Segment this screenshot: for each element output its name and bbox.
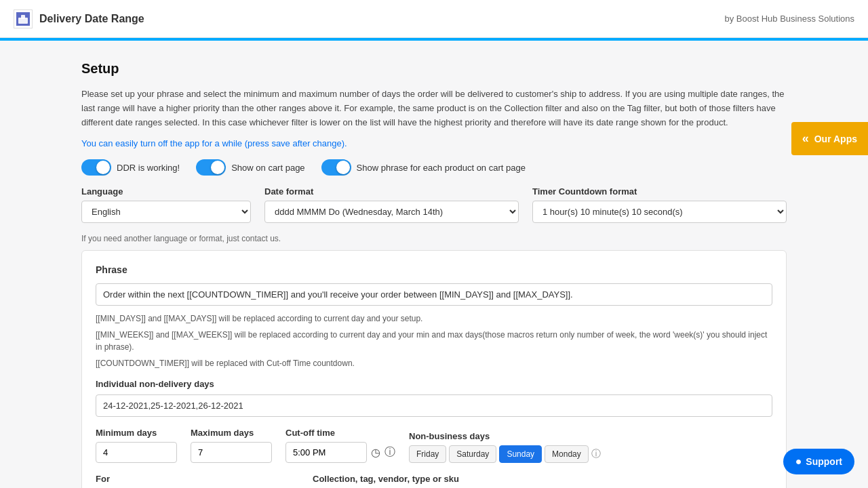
non-delivery-label: Individual non-delivery days — [96, 379, 772, 389]
phrase-note-3: [[COUNTDOWN_TIMER]] will be replaced wit… — [96, 357, 772, 369]
day-monday[interactable]: Monday — [545, 445, 589, 463]
cutoff-help-icon[interactable]: ⓘ — [384, 445, 395, 460]
timer-format-label: Timer Countdown format — [532, 186, 787, 197]
app-branding: Delivery Date Range — [14, 9, 144, 28]
non-business-group: Non-business days Friday Saturday Sunday… — [409, 431, 601, 463]
phrase-note-2: [[MIN_WEEKS]] and [[MAX_WEEKS]] will be … — [96, 329, 772, 353]
date-format-label: Date format — [264, 186, 519, 197]
app-title: Delivery Date Range — [39, 13, 144, 25]
byline: by Boost Hub Business Solutions — [725, 14, 855, 24]
toggles-row: DDR is working! Show on cart page Show p… — [81, 159, 787, 176]
non-business-help-icon[interactable]: ⓘ — [591, 448, 601, 460]
cutoff-label: Cut-off time — [285, 428, 395, 438]
cutoff-group-container: Cut-off time ◷ ⓘ — [285, 428, 395, 463]
main-content: Setup Please set up your phrase and sele… — [68, 41, 800, 488]
cutoff-input[interactable] — [285, 442, 367, 463]
settings-row: Minimum days Maximum days Cut-off time ◷… — [96, 428, 772, 463]
show-phrase-toggle-label: Show phrase for each product on cart pag… — [357, 163, 526, 173]
date-format-field-group: Date format dddd MMMM Do (Wednesday, Mar… — [264, 186, 519, 223]
show-cart-toggle-group: Show on cart page — [196, 159, 304, 176]
day-sunday[interactable]: Sunday — [499, 445, 542, 463]
non-business-label: Non-business days — [409, 431, 601, 441]
collection-field-group: Collection, tag, vendor, type or sku — [313, 474, 772, 488]
date-format-select[interactable]: dddd MMMM Do (Wednesday, March 14th) MM/… — [264, 201, 519, 223]
day-saturday[interactable]: Saturday — [449, 445, 496, 463]
min-days-label: Minimum days — [96, 428, 177, 438]
ddr-toggle-knob — [96, 161, 110, 174]
show-phrase-toggle[interactable] — [321, 159, 351, 176]
phrase-note-1: [[MIN_DAYS]] and [[MAX_DAYS]] will be re… — [96, 312, 772, 325]
cutoff-input-group: ◷ ⓘ — [285, 442, 395, 463]
show-phrase-toggle-knob — [336, 161, 350, 174]
setup-description: Please set up your phrase and select the… — [81, 87, 787, 129]
contact-note: If you need another language or format, … — [81, 234, 787, 243]
timer-format-field-group: Timer Countdown format 1 hour(s) 10 minu… — [532, 186, 787, 223]
cutoff-clock-icon[interactable]: ◷ — [371, 446, 380, 459]
chevrons-left-icon: « — [802, 131, 809, 146]
min-days-group: Minimum days — [96, 428, 177, 463]
top-bar: Delivery Date Range by Boost Hub Busines… — [0, 0, 868, 38]
language-select[interactable]: English French German Spanish Italian Du… — [81, 201, 251, 223]
ddr-toggle[interactable] — [81, 159, 111, 176]
phrase-card: Phrase [[MIN_DAYS]] and [[MAX_DAYS]] wil… — [81, 250, 787, 488]
fields-row: Language English French German Spanish I… — [81, 186, 787, 223]
phrase-input[interactable] — [96, 283, 772, 306]
support-icon: ● — [795, 455, 802, 468]
contact-link[interactable]: You can easily turn off the app for a wh… — [81, 138, 347, 148]
for-field-group: For All Products (except specific) Speci… — [96, 474, 299, 488]
show-phrase-toggle-group: Show phrase for each product on cart pag… — [321, 159, 526, 176]
day-chips: Friday Saturday Sunday Monday ⓘ — [409, 445, 601, 463]
phrase-title: Phrase — [96, 264, 772, 275]
show-cart-toggle[interactable] — [196, 159, 226, 176]
show-cart-toggle-knob — [211, 161, 224, 174]
max-days-group: Maximum days — [191, 428, 272, 463]
language-label: Language — [81, 186, 251, 197]
day-friday[interactable]: Friday — [409, 445, 446, 463]
show-cart-toggle-label: Show on cart page — [231, 163, 304, 173]
collection-label: Collection, tag, vendor, type or sku — [313, 474, 772, 484]
our-apps-button[interactable]: « Our Apps — [791, 122, 868, 155]
max-days-input[interactable] — [191, 442, 272, 463]
app-icon — [14, 9, 33, 28]
non-delivery-input[interactable] — [96, 394, 772, 417]
ddr-toggle-label: DDR is working! — [117, 163, 180, 173]
min-days-input[interactable] — [96, 442, 177, 463]
timer-format-select[interactable]: 1 hour(s) 10 minute(s) 10 second(s) HH:M… — [532, 201, 787, 223]
setup-title: Setup — [81, 61, 787, 77]
svg-rect-2 — [21, 15, 25, 19]
max-days-label: Maximum days — [191, 428, 272, 438]
support-button[interactable]: ● Support — [783, 449, 854, 474]
for-row: For All Products (except specific) Speci… — [96, 474, 772, 488]
language-field-group: Language English French German Spanish I… — [81, 186, 251, 223]
for-label: For — [96, 474, 299, 484]
ddr-toggle-group: DDR is working! — [81, 159, 180, 176]
